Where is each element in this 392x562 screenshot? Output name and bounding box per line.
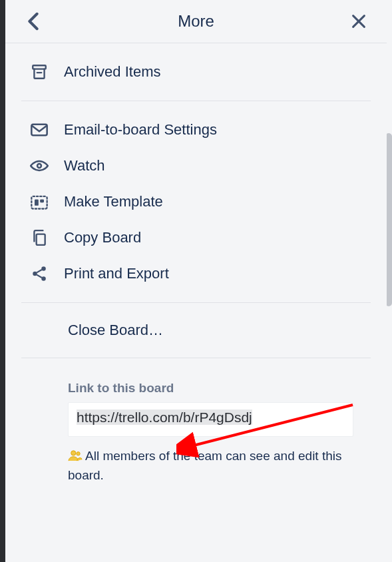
- svg-line-13: [37, 270, 42, 272]
- window-edge: [0, 0, 5, 562]
- email-settings-item[interactable]: Email-to-board Settings: [5, 112, 387, 148]
- share-icon: [29, 264, 49, 284]
- svg-point-10: [41, 266, 46, 271]
- svg-point-5: [37, 164, 41, 168]
- svg-point-16: [77, 452, 80, 455]
- copy-board-item[interactable]: Copy Board: [5, 220, 387, 256]
- panel-content: Archived Items Email-to-board Settings W…: [5, 43, 387, 562]
- print-export-label: Print and Export: [64, 265, 169, 282]
- link-label: Link to this board: [68, 381, 353, 396]
- watch-label: Watch: [64, 157, 105, 174]
- link-visibility-note: All members of the team can see and edit…: [68, 447, 353, 484]
- link-section: Link to this board https://trello.com/b/…: [5, 369, 387, 484]
- close-board-item[interactable]: Close Board…: [5, 314, 387, 347]
- more-menu-panel: More Archived Items: [5, 0, 387, 562]
- people-icon: [68, 449, 83, 467]
- email-settings-label: Email-to-board Settings: [64, 121, 217, 139]
- link-note-text: All members of the team can see and edit…: [68, 449, 341, 482]
- divider: [21, 101, 371, 101]
- mail-icon: [29, 120, 49, 140]
- svg-rect-8: [40, 200, 44, 203]
- eye-icon: [29, 156, 49, 176]
- partial-item-above: [29, 43, 371, 53]
- template-icon: [29, 192, 49, 212]
- copy-board-label: Copy Board: [64, 229, 141, 246]
- make-template-item[interactable]: Make Template: [5, 184, 387, 220]
- back-button[interactable]: [21, 9, 45, 33]
- divider: [21, 358, 371, 358]
- chevron-left-icon: [27, 12, 39, 31]
- archive-icon: [29, 62, 49, 82]
- board-link-input[interactable]: https://trello.com/b/rP4gDsdj: [68, 402, 353, 437]
- svg-point-12: [41, 276, 46, 281]
- copy-icon: [29, 228, 49, 248]
- archived-items-item[interactable]: Archived Items: [5, 54, 387, 90]
- svg-rect-6: [31, 196, 47, 209]
- svg-rect-9: [37, 234, 45, 245]
- svg-rect-7: [35, 200, 39, 206]
- svg-line-14: [37, 275, 42, 278]
- archived-items-label: Archived Items: [64, 63, 161, 81]
- print-export-item[interactable]: Print and Export: [5, 256, 387, 292]
- divider: [21, 302, 371, 303]
- svg-point-11: [33, 272, 37, 276]
- svg-point-15: [71, 451, 76, 455]
- board-link-text: https://trello.com/b/rP4gDsdj: [77, 410, 252, 425]
- watch-item[interactable]: Watch: [5, 148, 387, 184]
- close-panel-button[interactable]: [347, 9, 371, 33]
- close-board-label: Close Board…: [68, 322, 163, 339]
- panel-title: More: [45, 12, 347, 31]
- svg-rect-4: [31, 125, 47, 135]
- panel-header: More: [5, 0, 387, 43]
- close-icon: [351, 13, 367, 29]
- make-template-label: Make Template: [64, 193, 163, 210]
